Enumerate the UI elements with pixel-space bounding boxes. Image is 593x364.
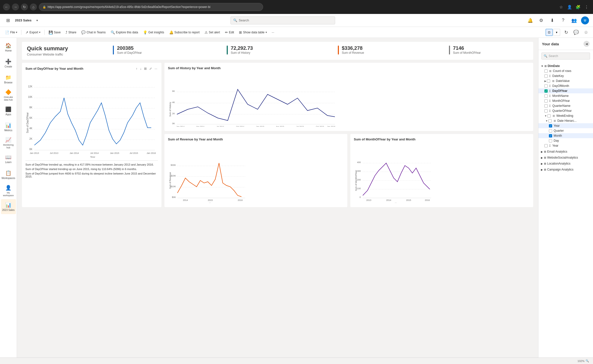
teams-icon: 💬: [81, 30, 85, 34]
set-alert-button[interactable]: ⚠ Set alert: [203, 28, 222, 36]
edit-button[interactable]: ✏ Edit: [223, 28, 236, 36]
checkbox-weekending[interactable]: [547, 114, 551, 118]
checkbox-monthofyear[interactable]: [544, 99, 548, 103]
checkbox-quartername[interactable]: [544, 104, 548, 108]
help-button[interactable]: ?: [559, 16, 567, 24]
browser-refresh-button[interactable]: ↻: [21, 3, 28, 10]
sidebar-item-my-workspace[interactable]: 👤 Myworkspace: [1, 183, 16, 198]
sidebar-item-metrics-label: Metrics: [4, 129, 12, 132]
more-options-button[interactable]: ···: [270, 28, 276, 36]
filter-section-email-header[interactable]: ▶ ⊞ Email Analytics: [538, 149, 593, 154]
get-insights-button[interactable]: 💡 Get insights: [141, 28, 166, 36]
share-report-button[interactable]: ⤴ Share: [64, 28, 78, 36]
checkbox-quarter[interactable]: [549, 129, 552, 132]
filter-year-bottom[interactable]: Σ Year: [538, 143, 593, 148]
refresh-button[interactable]: ↻: [562, 28, 570, 36]
checkbox-day[interactable]: [549, 139, 552, 142]
view-normal-button[interactable]: ⊡: [546, 29, 553, 36]
browser-profile-button[interactable]: 👤: [566, 3, 573, 10]
filter-section-location-header[interactable]: ▶ ⊞ LocationAnalytics: [538, 161, 593, 166]
user-avatar[interactable]: U: [581, 16, 589, 24]
browser-home-button[interactable]: ⌂: [30, 3, 37, 10]
filters-collapse-button[interactable]: ◀: [584, 41, 590, 47]
browser-url-bar[interactable]: 🔒 https://app.powerbi.com/groups/me/repo…: [39, 3, 263, 11]
view-dropdown-button[interactable]: ▾: [553, 29, 560, 36]
sidebar-item-onelake[interactable]: 🔶 OneLakedata hub: [1, 88, 16, 103]
filter-datevalue[interactable]: ▶ ⊞ DateValue: [538, 78, 593, 83]
filters-search-box[interactable]: 🔍 Search: [541, 53, 590, 60]
svg-text:Jan 2014: Jan 2014: [70, 152, 79, 154]
filter-dayofmonth[interactable]: Σ DayOfMonth: [538, 83, 593, 88]
report-subtitle: Consumer Website traffic: [27, 53, 68, 56]
checkbox-quarterofyear[interactable]: [544, 109, 548, 113]
filter-date-hierarchy[interactable]: ▼ ⊞ Date Hierarc...: [538, 118, 593, 123]
chart1-focus[interactable]: ⤢: [148, 66, 153, 71]
comment-button[interactable]: 💬: [572, 28, 580, 36]
sidebar-item-create[interactable]: ➕ Create: [1, 56, 16, 71]
notifications-button[interactable]: 🔔: [526, 16, 534, 24]
sidebar-item-learn[interactable]: 📖 Learn: [1, 151, 16, 166]
download-button[interactable]: ⬇: [548, 16, 556, 24]
subscribe-button[interactable]: 🔔 Subscribe to report: [167, 28, 202, 36]
sidebar-item-apps[interactable]: ⬛ Apps: [1, 104, 16, 119]
checkbox-datekey[interactable]: [544, 74, 548, 78]
browser-forward-button[interactable]: →: [12, 3, 19, 10]
chart1-sort-desc[interactable]: ↓: [139, 66, 143, 71]
filter-section-dimdate-header[interactable]: ▼ ⊞ DimDate: [538, 63, 593, 68]
filter-quartername[interactable]: Σ QuarterName: [538, 103, 593, 108]
bookmark-button[interactable]: ☆: [582, 28, 590, 36]
sidebar-item-monitoring[interactable]: 📈 Monitoringhub: [1, 135, 16, 150]
my-workspace-icon: 👤: [5, 185, 11, 191]
filter-quarter[interactable]: Quarter: [538, 128, 593, 133]
svg-text:Jul 2013: Jul 2013: [50, 152, 58, 154]
chart1-svg: 0K 2K 4K 6K 8K 10K 12K Sum of DayOfYear: [25, 73, 157, 158]
checkbox-date-hierarchy[interactable]: [548, 119, 552, 122]
checkbox-dayofyear[interactable]: ✓: [544, 89, 548, 93]
settings-button[interactable]: ⚙: [537, 16, 545, 24]
chart1-more[interactable]: ···: [154, 66, 158, 71]
filter-section-campaign-header[interactable]: ▶ ⊞ Campaign Analytics: [538, 167, 593, 172]
app-title-dropdown[interactable]: ▾: [35, 16, 40, 24]
checkbox-month[interactable]: ✓: [549, 134, 552, 137]
sidebar-item-current-report[interactable]: 📊 2023 Sales: [1, 199, 16, 214]
explore-data-button[interactable]: 🔍 Explore this data: [109, 28, 140, 36]
sidebar-item-metrics[interactable]: 📊 Metrics: [1, 120, 16, 134]
chart1-sort-asc[interactable]: ↑: [135, 66, 138, 71]
file-button[interactable]: 📄 File ▾: [3, 28, 19, 36]
browser-star-button[interactable]: ☆: [558, 3, 565, 10]
filter-day[interactable]: Day: [538, 138, 593, 143]
filter-section-website-header[interactable]: ▶ ⊞ WebsiteSocialAnalytics: [538, 155, 593, 160]
filter-datekey[interactable]: Σ DateKey: [538, 73, 593, 78]
checkbox-year[interactable]: ✓: [549, 124, 552, 127]
sidebar-item-workspaces[interactable]: 📋 Workspaces: [1, 167, 16, 182]
checkbox-datevalue[interactable]: [547, 79, 550, 83]
chart1-expand[interactable]: ⊞: [143, 66, 148, 71]
checkbox-monthname[interactable]: [544, 94, 548, 98]
browser-more-button[interactable]: ⋮: [583, 3, 590, 10]
filter-count-of-rows[interactable]: ⊞ Count of rows: [538, 68, 593, 73]
show-data-table-button[interactable]: ⊞ Show data table ▾: [237, 28, 269, 36]
browser-back-button[interactable]: ←: [3, 3, 10, 10]
apps-grid-button[interactable]: ⊞: [4, 16, 12, 24]
export-button[interactable]: ↗ Export ▾: [23, 28, 42, 36]
svg-text:$10K: $10K: [171, 185, 176, 188]
sidebar-item-home[interactable]: 🏠 Home: [1, 40, 16, 55]
chat-in-teams-button[interactable]: 💬 Chat in Teams: [79, 28, 107, 36]
checkbox-year-bottom[interactable]: [544, 144, 548, 147]
filter-weekending[interactable]: ▼ ⊞ WeekEnding: [538, 113, 593, 118]
browser-extensions-button[interactable]: 🧩: [575, 3, 582, 10]
share-button[interactable]: 👥: [570, 16, 578, 24]
filter-year[interactable]: ✓ Year: [538, 123, 593, 128]
filter-month[interactable]: ✓ Month: [538, 133, 593, 138]
filter-monthofyear[interactable]: Σ MonthOfYear: [538, 98, 593, 103]
save-button[interactable]: 💾 Save: [47, 28, 63, 36]
filter-monthname[interactable]: Σ MonthName: [538, 93, 593, 98]
checkbox-count-rows[interactable]: [544, 69, 548, 73]
filter-dayofyear[interactable]: ✓ Σ DayOfYear: [538, 88, 593, 93]
app-title: 2023 Sales: [15, 18, 32, 22]
global-search-box[interactable]: 🔍 Search: [230, 16, 335, 24]
checkbox-dayofmonth[interactable]: [544, 84, 548, 88]
filter-quarterofyear[interactable]: Σ QuarterOfYear: [538, 108, 593, 113]
sidebar-item-browse[interactable]: 📁 Browse: [1, 72, 16, 87]
kpi-bar-history: [227, 46, 228, 55]
